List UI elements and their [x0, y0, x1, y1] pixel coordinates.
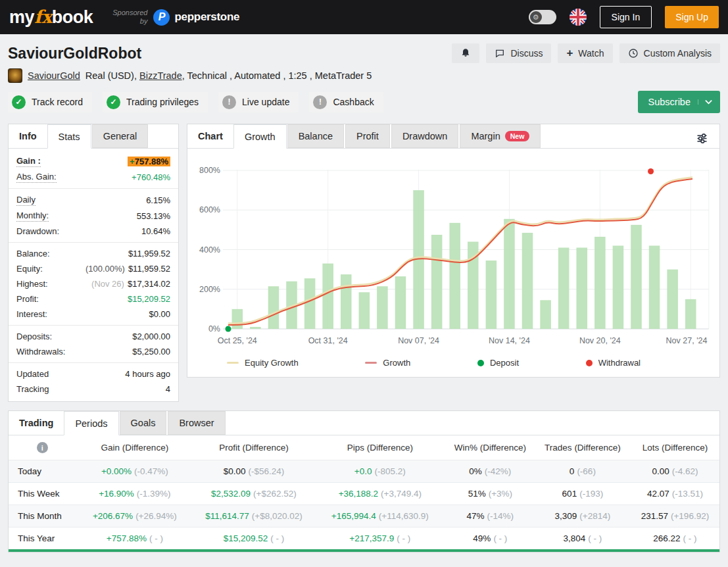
account-link[interactable]: SaviourGold	[28, 70, 80, 81]
legend-growth[interactable]: Growth	[365, 358, 410, 368]
chart-settings-button[interactable]	[692, 129, 712, 150]
y-axis-label: 600%	[199, 205, 220, 214]
period-cell: $11,614.77(+$8,020.02)	[193, 505, 314, 528]
discuss-label: Discuss	[510, 48, 543, 59]
badge-label: Trading privileges	[126, 97, 199, 107]
period-label: This Year	[9, 528, 76, 550]
growth-bar[interactable]	[540, 300, 551, 329]
stat-value: $5,250.00	[132, 347, 170, 357]
period-cell: $2,532.09(+$262.52)	[193, 483, 314, 505]
growth-bar[interactable]	[576, 248, 587, 329]
stat-label: Profit:	[16, 293, 39, 305]
growth-bar[interactable]	[377, 286, 388, 329]
chart-tab-margin[interactable]: MarginNew	[460, 124, 541, 148]
withdrawal-marker[interactable]	[648, 168, 654, 174]
periods-tab-trading[interactable]: Trading	[9, 411, 64, 435]
stat-row-deposits: Deposits:$2,000.00	[9, 329, 178, 344]
myfxbook-logo[interactable]: myfxbook	[9, 7, 93, 28]
cell-value: 231.57	[641, 511, 668, 521]
growth-bar[interactable]	[631, 225, 642, 329]
badge-cashback[interactable]: !Cashback	[309, 92, 383, 112]
stat-value-wrap: $0.00	[149, 308, 170, 320]
legend-equity-growth[interactable]: Equity Growth	[227, 358, 299, 368]
growth-bar[interactable]	[395, 276, 406, 329]
tab-label: Margin	[471, 131, 500, 141]
pepperstone-link[interactable]: P pepperstone	[153, 9, 239, 26]
period-label: This Month	[9, 505, 76, 528]
growth-bar[interactable]	[522, 233, 533, 329]
periods-tab-goals[interactable]: Goals	[120, 411, 167, 435]
growth-bar[interactable]	[322, 264, 333, 329]
stat-value-wrap: (100.00%)$11,959.52	[85, 263, 170, 274]
tab-label: Growth	[245, 132, 276, 142]
stat-value: $11,959.52	[128, 249, 170, 259]
growth-bar[interactable]	[449, 223, 460, 329]
growth-bar[interactable]	[359, 292, 370, 329]
growth-chart[interactable]: 0%200%400%600%800%Oct 25, '24Oct 31, '24…	[190, 153, 713, 350]
growth-bar[interactable]	[685, 299, 696, 329]
growth-bar[interactable]	[268, 286, 279, 329]
chart-tab-chart[interactable]: Chart	[187, 124, 233, 148]
discuss-button[interactable]: Discuss	[486, 43, 551, 63]
growth-bar[interactable]	[304, 278, 316, 329]
cell-difference: (+196.92)	[671, 511, 709, 521]
subscribe-button[interactable]: Subscribe	[638, 91, 720, 113]
growth-bar[interactable]	[558, 248, 570, 329]
cell-difference: ( - )	[270, 533, 284, 543]
period-cell: $15,209.52( - )	[193, 528, 314, 550]
info-tab-info[interactable]: Info	[9, 124, 47, 148]
cell-difference: ( - )	[397, 533, 410, 543]
periods-tab-periods[interactable]: Periods	[64, 411, 118, 435]
broker-link[interactable]: BizzTrade	[139, 70, 182, 81]
growth-bar[interactable]	[232, 309, 243, 329]
cell-difference: (-0.47%)	[134, 466, 168, 476]
legend-deposit[interactable]: Deposit	[477, 358, 519, 368]
chart-tab-growth[interactable]: Growth	[233, 124, 287, 149]
stat-prefix: (100.00%)	[85, 264, 125, 274]
badge-live-update[interactable]: !Live update	[218, 92, 299, 112]
chart-tab-profit[interactable]: Profit	[345, 124, 390, 148]
sign-up-button[interactable]: Sign Up	[665, 6, 719, 28]
stat-value: 6.15%	[146, 195, 170, 205]
notifications-button[interactable]	[452, 43, 479, 63]
stat-label: Gain :	[16, 155, 41, 167]
chart-tab-drawdown[interactable]: Drawdown	[391, 124, 459, 148]
pepperstone-icon: P	[153, 9, 170, 26]
badge-trading-privileges[interactable]: ✓Trading privileges	[103, 92, 208, 112]
legend-withdrawal[interactable]: Withdrawal	[586, 358, 641, 368]
cell-value: 42.07	[647, 489, 669, 499]
period-row-today: Today+0.00%(-0.47%)$0.00(-$56.24)+0.0(-8…	[9, 460, 719, 483]
chart-tab-balance[interactable]: Balance	[287, 124, 344, 148]
stat-row-monthly: Monthly:553.13%	[9, 208, 178, 224]
growth-bar[interactable]	[250, 327, 261, 329]
growth-bar[interactable]	[341, 274, 352, 329]
deposit-marker[interactable]	[226, 326, 231, 332]
badge-track-record[interactable]: ✓Track record	[8, 92, 92, 112]
growth-bar[interactable]	[595, 237, 606, 329]
logo-my: my	[9, 7, 34, 27]
info-icon[interactable]: i	[37, 442, 48, 453]
growth-bar[interactable]	[431, 235, 443, 329]
custom-analysis-button[interactable]: Custom Analysis	[619, 43, 720, 63]
info-tab-stats[interactable]: Stats	[47, 124, 91, 149]
period-cell: +165,994.4(+114,630.9)	[314, 505, 446, 528]
info-tab-general[interactable]: General	[92, 124, 149, 148]
stat-group: Balance:$11,959.52Equity:(100.00%)$11,95…	[9, 243, 178, 326]
growth-bar[interactable]	[649, 245, 660, 329]
badge-row: ✓Track record✓Trading privileges!Live up…	[8, 91, 720, 113]
x-axis-label: Nov 07, '24	[398, 336, 439, 345]
logo-book: book	[52, 7, 93, 27]
sign-in-button[interactable]: Sign In	[600, 6, 652, 28]
growth-bar[interactable]	[504, 219, 515, 329]
periods-tab-browser[interactable]: Browser	[168, 411, 225, 435]
watch-button[interactable]: + Watch	[558, 43, 612, 63]
stat-label: Equity:	[16, 263, 43, 274]
language-flag-icon[interactable]	[570, 9, 587, 26]
bell-icon	[460, 48, 471, 59]
cell-difference: (+3,749.4)	[381, 489, 422, 499]
theme-toggle[interactable]: ⚙	[529, 10, 556, 24]
growth-bar[interactable]	[667, 270, 678, 329]
growth-bar[interactable]	[613, 245, 624, 329]
growth-bar[interactable]	[486, 260, 497, 329]
period-cell: 266.22( - )	[631, 528, 719, 550]
